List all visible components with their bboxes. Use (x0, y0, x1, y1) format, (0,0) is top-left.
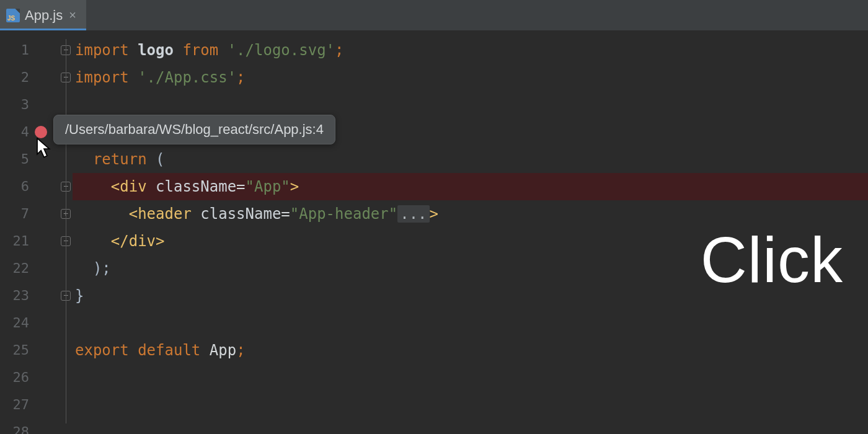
code-line[interactable]: import logo from './logo.svg'; (73, 37, 868, 64)
code-line[interactable] (73, 418, 868, 434)
line-number[interactable]: 28 (0, 418, 59, 434)
code-line[interactable] (73, 364, 868, 391)
code-line[interactable]: import './App.css'; (73, 64, 868, 91)
js-file-icon (6, 9, 20, 22)
fold-gutter[interactable]: − − − + − − (59, 30, 73, 434)
line-number[interactable]: 24 (0, 309, 59, 337)
code-line[interactable] (73, 391, 868, 418)
line-number[interactable]: 26 (0, 364, 59, 391)
line-number[interactable]: 1 (0, 37, 59, 64)
tab-label: App.js (25, 7, 63, 24)
breakpoint-icon[interactable] (35, 126, 47, 138)
close-icon[interactable]: × (68, 8, 78, 22)
line-number[interactable]: 22 (0, 255, 59, 282)
line-number[interactable]: 4 (0, 118, 59, 146)
tab-app-js[interactable]: App.js × (0, 0, 86, 30)
code-line[interactable]: export default App; (73, 337, 868, 364)
line-number[interactable]: 3 (0, 91, 59, 118)
code-line[interactable]: return ( (73, 146, 868, 173)
overlay-annotation: Click (701, 223, 843, 297)
line-number[interactable]: 25 (0, 337, 59, 364)
line-number[interactable]: 6 (0, 173, 59, 200)
line-number-gutter[interactable]: 1 2 3 4 5 6 7 21 22 23 24 25 26 27 28 (0, 30, 59, 434)
line-number[interactable]: 5 (0, 146, 59, 173)
line-number[interactable]: 21 (0, 228, 59, 255)
line-number[interactable]: 2 (0, 64, 59, 91)
code-line[interactable]: <div className="App"> (73, 173, 868, 200)
fold-ellipsis[interactable]: ... (397, 205, 429, 223)
code-line[interactable] (73, 309, 868, 337)
line-number[interactable]: 27 (0, 391, 59, 418)
line-number[interactable]: 7 (0, 200, 59, 228)
line-number[interactable]: 23 (0, 282, 59, 309)
tab-bar: App.js × (0, 0, 868, 30)
breakpoint-tooltip: /Users/barbara/WS/blog_react/src/App.js:… (53, 115, 335, 144)
tooltip-text: /Users/barbara/WS/blog_react/src/App.js:… (65, 122, 324, 137)
